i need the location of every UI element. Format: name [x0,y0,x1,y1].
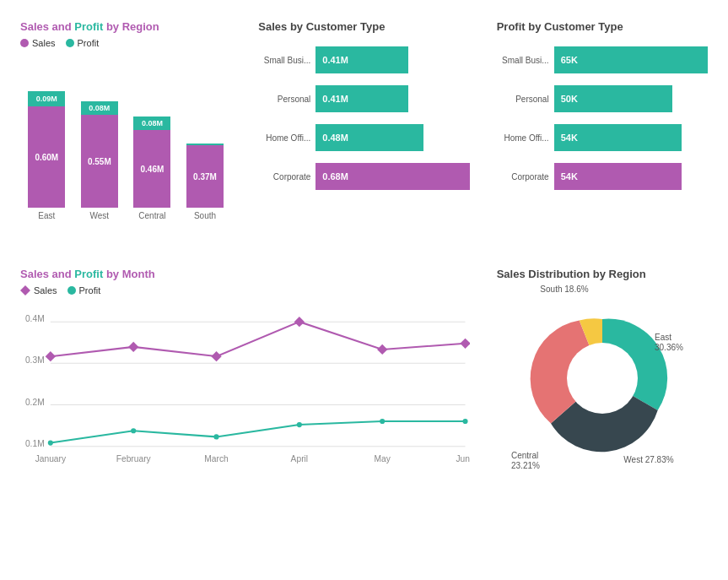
legend-sales-label: Sales [32,38,56,48]
y-label-04: 0.4M [25,314,45,323]
monthly-legend-profit: Profit [67,285,101,295]
monthly-sales-diamond [20,285,30,295]
monthly-sales-word: Sales [20,268,49,280]
profit-point-mar [213,434,218,439]
south-pct-label: South 18.6% [540,285,588,294]
hbar-homeoff-sales-track: 0.48M [315,124,469,151]
x-label-may: May [375,454,391,463]
bar-group-east: 0.09M 0.60M East [28,91,65,220]
west-sales-bar: 0.55M [81,115,118,208]
monthly-profit-word: Profit [74,268,103,280]
hbar-personal-sales-track: 0.41M [315,85,469,112]
title-and: and [49,20,74,33]
sales-dot [20,39,29,47]
profit-point-jan [48,441,53,446]
hbar-smallbusi-profit-track: 65K [554,46,708,73]
title-sales-word: Sales [20,20,49,33]
sales-point-apr [294,317,305,327]
y-label-02: 0.2M [25,398,45,407]
bar-stacked-central: 0.08M 0.46M [133,117,170,208]
hbar-corporate-profit: Corporate 54K [497,163,708,190]
bar-group-west: 0.08M 0.55M West [81,101,118,220]
sales-customer-bars: Small Busi... 0.41M Personal 0.41M Home … [258,46,469,190]
south-label: South [194,211,216,220]
dashboard: Sales and Profit by Region Sales Profit … [13,14,715,480]
profit-point-feb [131,428,136,433]
hbar-smallbusi-profit-label: Small Busi... [497,56,554,65]
profit-customer-chart: Profit by Customer Type Small Busi... 65… [490,14,715,247]
sales-point-jun [460,339,469,349]
title-rest: by Region [103,20,159,33]
hbar-corporate-profit-track: 54K [554,163,708,190]
south-sales-bar: 0.37M [186,145,224,208]
hbar-homeoff-sales-label: Home Offi... [258,133,315,143]
donut-chart: Sales Distribution by Region East 30.36%… [490,261,715,480]
hbar-corporate-profit-label: Corporate [497,172,554,182]
legend-sales: Sales [20,38,56,48]
east-profit-bar: 0.09M [28,91,65,106]
hbar-personal-sales-label: Personal [258,95,315,104]
central-profit-bar: 0.08M [133,117,170,130]
region-bar-title: Sales and Profit by Region [20,20,231,33]
hbar-smallbusi-sales-fill: 0.41M [315,46,407,73]
y-label-01: 0.1M [25,439,45,448]
hbar-corporate-sales-label: Corporate [258,172,315,182]
donut-title: Sales Distribution by Region [497,268,708,280]
donut-svg: East 30.36% West 27.83% Central 23.21% S… [501,285,704,471]
bar-stacked-south: 0.37M [186,144,224,208]
legend-profit-label: Profit [78,38,100,48]
west-profit-bar: 0.08M [81,101,118,115]
hbar-smallbusi-sales: Small Busi... 0.41M [258,46,469,73]
region-bar-chart: Sales and Profit by Region Sales Profit … [13,14,238,247]
hbar-smallbusi-sales-label: Small Busi... [258,56,315,65]
sales-point-mar [211,351,221,361]
region-bars-container: 0.09M 0.60M East 0.08M 0.55M West 0.08M … [20,55,231,241]
monthly-rest: by Month [103,268,154,280]
east-pct-value: 30.36% [655,343,683,352]
title-profit-word: Profit [74,20,103,33]
hbar-personal-sales-fill: 0.41M [315,85,407,112]
profit-point-jun [462,419,467,424]
x-label-jan: January [35,454,67,463]
hbar-homeoff-sales-fill: 0.48M [315,124,423,151]
hbar-smallbusi-profit: Small Busi... 65K [497,46,708,73]
monthly-svg: 0.4M 0.3M 0.2M 0.1M [20,302,470,471]
hbar-personal-sales: Personal 0.41M [258,85,469,112]
hbar-corporate-sales-fill: 0.68M [315,163,469,190]
hbar-corporate-profit-fill: 54K [554,163,682,190]
profit-point-apr [297,422,302,427]
donut-hole [567,343,638,414]
monthly-legend-sales-label: Sales [34,285,57,295]
profit-dot [66,39,74,47]
hbar-personal-profit-fill: 50K [554,85,672,112]
hbar-homeoff-profit-fill: 54K [554,124,682,151]
hbar-homeoff-profit-track: 54K [554,124,708,151]
hbar-corporate-sales-track: 0.68M [315,163,469,190]
x-label-jun: June [456,454,469,463]
sales-line [51,322,466,356]
profit-point-may [380,419,385,424]
central-sales-bar: 0.46M [133,130,170,208]
monthly-legend-sales: Sales [20,285,57,295]
monthly-title: Sales and Profit by Month [20,268,470,280]
bar-stacked-west: 0.08M 0.55M [81,101,118,208]
sales-customer-chart: Sales by Customer Type Small Busi... 0.4… [251,14,476,247]
profit-customer-bars: Small Busi... 65K Personal 50K Home Offi… [497,46,708,190]
hbar-homeoff-profit: Home Offi... 54K [497,124,708,151]
sales-customer-title: Sales by Customer Type [258,20,469,33]
hbar-personal-profit-label: Personal [497,95,554,104]
x-label-apr: April [291,454,308,463]
monthly-line-chart: Sales and Profit by Month Sales Profit 0… [13,261,477,480]
region-legend: Sales Profit [20,38,231,48]
sales-point-jan [46,351,56,361]
donut-wrap: East 30.36% West 27.83% Central 23.21% S… [497,285,708,471]
monthly-and: and [49,268,74,280]
hbar-personal-profit: Personal 50K [497,85,708,112]
hbar-personal-profit-track: 50K [554,85,708,112]
east-sales-bar: 0.60M [28,106,65,208]
west-label: West [90,211,110,220]
bar-group-south: 0.37M South [186,144,224,220]
east-pct-label: East [655,333,671,342]
hbar-corporate-sales: Corporate 0.68M [258,163,469,190]
east-label: East [38,211,55,220]
